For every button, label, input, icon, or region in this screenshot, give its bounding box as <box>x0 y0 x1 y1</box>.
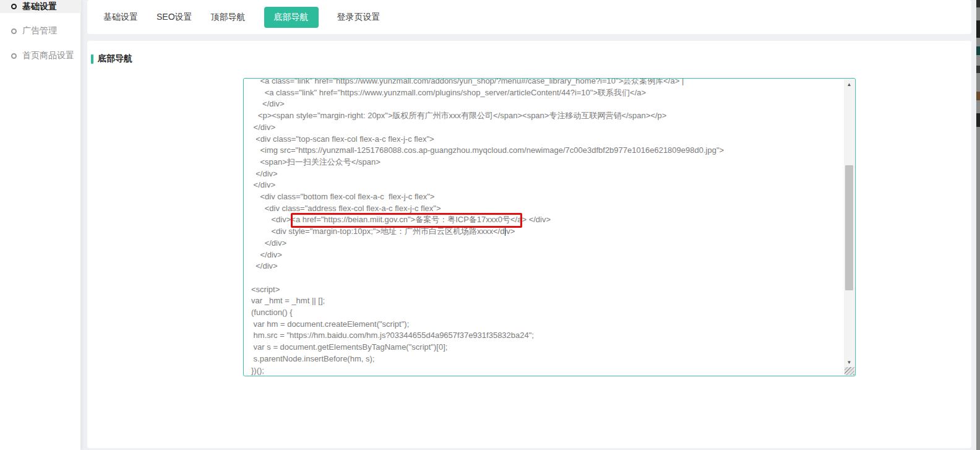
scroll-down-button[interactable]: ▼ <box>844 357 854 368</box>
screen-edge-artifact <box>976 0 980 450</box>
code-content: <a class="link" href="https://www.yunzma… <box>244 78 855 376</box>
edge-artifact-mark <box>976 113 980 127</box>
scroll-up-button[interactable]: ▲ <box>844 79 854 90</box>
editor-scrollbar[interactable]: ▲ ▼ <box>844 79 854 368</box>
tab-4[interactable]: 登录页设置 <box>337 12 380 23</box>
section-header: 底部导航 <box>91 53 132 64</box>
edge-artifact-mark <box>976 0 980 7</box>
tab-3[interactable]: 底部导航 <box>264 7 319 28</box>
section-accent-bar-icon <box>91 54 93 64</box>
sidebar-item-label: 首页商品设置 <box>22 50 74 61</box>
sidebar-item-label: 基础设置 <box>22 1 57 12</box>
text-caret <box>505 228 505 236</box>
scroll-up-icon: ▲ <box>847 82 852 87</box>
tab-1[interactable]: SEO设置 <box>157 12 192 23</box>
app-window: 基础设置广告管理首页商品设置 基础设置SEO设置顶部导航底部导航登录页设置 底部… <box>0 0 980 450</box>
tab-2[interactable]: 顶部导航 <box>211 12 246 23</box>
settings-sidebar: 基础设置广告管理首页商品设置 <box>0 0 81 450</box>
tab-bar: 基础设置SEO设置顶部导航底部导航登录页设置 <box>87 0 971 34</box>
sidebar-item-2[interactable]: 首页商品设置 <box>0 48 81 64</box>
sidebar-item-1[interactable]: 广告管理 <box>0 23 81 39</box>
tab-0[interactable]: 基础设置 <box>103 12 138 23</box>
scroll-down-icon: ▼ <box>847 360 852 365</box>
sidebar-item-label: 广告管理 <box>22 25 57 37</box>
edge-artifact-mark <box>976 20 980 38</box>
circle-bullet-icon <box>11 28 17 34</box>
sidebar-item-0[interactable]: 基础设置 <box>0 0 81 13</box>
textarea-resize-grip-icon[interactable] <box>845 367 854 375</box>
circle-bullet-icon <box>11 53 17 59</box>
section-title: 底部导航 <box>98 53 132 64</box>
edge-artifact-mark <box>976 66 980 73</box>
scrollbar-thumb[interactable] <box>845 165 853 290</box>
footer-nav-html-textarea[interactable]: <a class="link" href="https://www.yunzma… <box>243 78 856 376</box>
edge-artifact-mark <box>976 46 980 55</box>
edge-artifact-mark <box>976 92 980 100</box>
circle-bullet-icon <box>11 4 17 9</box>
